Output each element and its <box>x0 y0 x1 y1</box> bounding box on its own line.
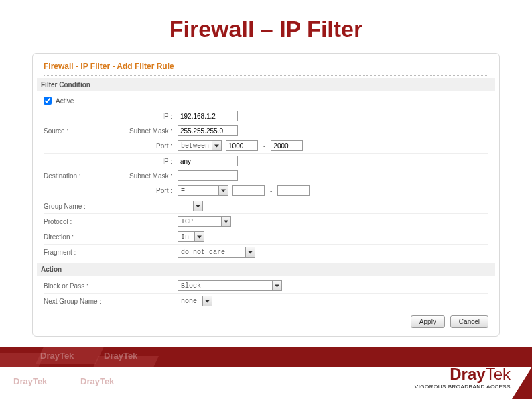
dest-label: Destination : <box>44 172 124 180</box>
fragment-select[interactable]: do not care <box>178 247 255 258</box>
fragment-label: Fragment : <box>44 249 124 256</box>
source-ip-input[interactable] <box>178 111 238 121</box>
active-label: Active <box>56 97 74 105</box>
group-name-select[interactable] <box>178 201 203 211</box>
group-name-label: Group Name : <box>44 203 124 210</box>
page-title: Firewall – IP Filter <box>0 0 532 53</box>
brand-logo: DrayTek <box>415 365 511 384</box>
source-port-mode-select[interactable]: between <box>178 140 222 151</box>
dest-port-mode-select[interactable]: = <box>178 185 228 196</box>
section-filter-condition: Filter Condition <box>37 78 495 91</box>
dest-subnet-label: Subnet Mask : <box>124 172 178 180</box>
chevron-down-icon <box>202 296 212 306</box>
chevron-down-icon <box>221 217 230 226</box>
dest-port-label: Port : <box>124 187 178 194</box>
block-or-pass-select[interactable]: Block <box>178 280 282 291</box>
ghost-logo: DrayTek <box>80 376 114 386</box>
dest-subnet-input[interactable] <box>178 170 238 181</box>
source-subnet-input[interactable] <box>178 125 238 136</box>
block-or-pass-label: Block or Pass : <box>44 282 124 290</box>
source-port-to-input[interactable] <box>271 140 303 151</box>
cancel-button[interactable]: Cancel <box>450 315 488 328</box>
footer-banner: DrayTek DrayTek DrayTek DrayTek DrayTek … <box>0 347 532 399</box>
direction-select[interactable]: In <box>178 231 204 242</box>
dash-icon: - <box>262 142 267 150</box>
protocol-select[interactable]: TCP <box>178 216 231 227</box>
ghost-logo: DrayTek <box>13 376 47 386</box>
source-port-label: Port : <box>124 142 178 150</box>
chevron-down-icon <box>245 247 255 257</box>
chevron-down-icon <box>218 186 228 195</box>
source-label: Source : <box>44 127 124 135</box>
chevron-down-icon <box>193 201 202 211</box>
filter-rule-panel: Firewall - IP Filter - Add Filter Rule F… <box>32 53 500 337</box>
ghost-logo: DrayTek <box>104 351 137 361</box>
panel-heading: Firewall - IP Filter - Add Filter Rule <box>44 62 488 76</box>
footer-chevron <box>512 367 532 399</box>
next-group-label: Next Group Name : <box>44 298 124 305</box>
section-action: Action <box>37 263 495 276</box>
dest-ip-input[interactable] <box>178 156 238 166</box>
chevron-down-icon <box>194 232 204 241</box>
chevron-down-icon <box>272 281 281 290</box>
ghost-logo: DrayTek <box>40 351 74 361</box>
dest-ip-label: IP : <box>124 158 178 165</box>
apply-button[interactable]: Apply <box>411 315 445 328</box>
dest-port-from-input[interactable] <box>232 185 265 196</box>
dash-icon: - <box>269 187 273 194</box>
dest-port-to-input[interactable] <box>277 185 310 196</box>
brand-tagline: VIGOROUS BROADBAND ACCESS <box>415 384 511 390</box>
brand-block: DrayTek VIGOROUS BROADBAND ACCESS <box>415 365 511 390</box>
chevron-down-icon <box>212 141 221 150</box>
active-checkbox[interactable] <box>44 97 52 105</box>
protocol-label: Protocol : <box>44 218 124 225</box>
source-ip-label: IP : <box>124 113 178 120</box>
next-group-select[interactable]: none <box>178 296 212 306</box>
source-port-from-input[interactable] <box>226 140 258 151</box>
source-subnet-label: Subnet Mask : <box>124 127 178 135</box>
direction-label: Direction : <box>44 233 124 241</box>
